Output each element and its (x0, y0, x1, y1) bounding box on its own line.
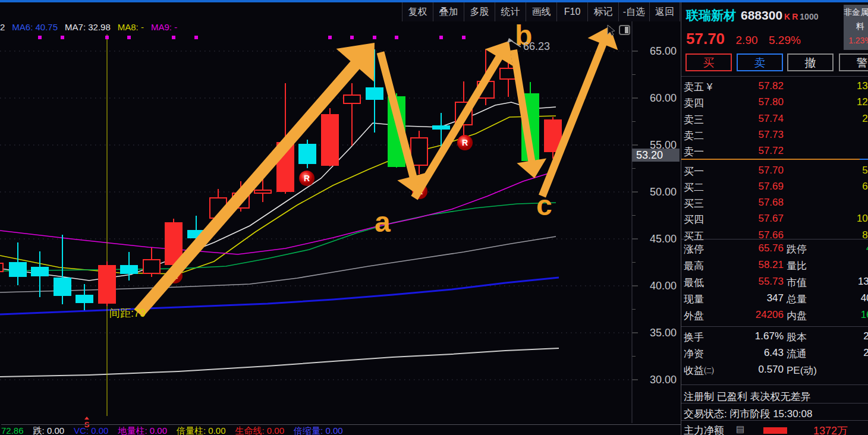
panel-divider (681, 76, 868, 77)
trade-button-警[interactable]: 警 (839, 53, 868, 71)
stat-label: 现量 (684, 292, 704, 306)
order-price: 57.74 (729, 113, 784, 125)
stat-value: 58.21 (715, 259, 784, 271)
indicator-readout: VC: 0.00 (74, 425, 108, 435)
price-tag-label: 53.20 (636, 149, 663, 161)
trading-status: 交易状态: 闭市阶段 15:30:08 (684, 407, 868, 421)
signal-dot (462, 36, 466, 39)
list-icon[interactable]: ▤ (736, 424, 744, 434)
order-price: 57.80 (729, 96, 784, 108)
candle-body (76, 295, 93, 302)
order-price: 57.68 (729, 197, 784, 209)
y-axis-label: 65.00 (650, 45, 677, 57)
order-level-label: 买三 (684, 197, 704, 210)
stat-value: 1 (804, 259, 868, 271)
trade-button-撤[interactable]: 撤 (787, 53, 834, 71)
crosshair-distance-label: 间距:79 (109, 307, 146, 319)
stat-row: 外盘24206内盘161 (681, 309, 868, 325)
sector-line2: 料 (844, 19, 868, 33)
order-volume: 9. (788, 145, 868, 157)
price-row: 57.70 2.90 5.29% (686, 30, 801, 48)
signal-dot (373, 36, 376, 39)
signal-dot (350, 36, 354, 39)
stat-value: 139. (804, 276, 868, 288)
order-level-label: 卖二 (684, 129, 704, 143)
candlestick-chart[interactable]: 65.0060.0055.0050.0045.0040.0035.0030.00… (0, 0, 681, 435)
ma-readout: MA8: - (118, 22, 144, 32)
stat-label: 涨停 (684, 242, 704, 256)
ma-line-green (0, 203, 556, 271)
stat-value: 161 (804, 309, 868, 321)
stock-name: 联瑞新材 (686, 8, 736, 22)
stat-row: 收益㈡0.570PE(动)5 (681, 364, 868, 380)
ma-line-white2 (0, 348, 559, 377)
toolbar-button--自选[interactable]: -自选 (618, 2, 649, 21)
toolbar-button-多股[interactable]: 多股 (464, 2, 495, 21)
toolbar-button-叠加[interactable]: 叠加 (433, 2, 464, 21)
order-level-label: 买四 (684, 213, 704, 226)
stat-label: 净资 (684, 347, 704, 361)
signal-dot (61, 36, 64, 39)
order-book-row: 卖四57.8012.7 (681, 96, 868, 112)
app-window: 65.0060.0055.0050.0045.0040.0035.0030.00… (0, 0, 868, 435)
signal-dot (38, 36, 42, 39)
chart-toolbar: 复权叠加多股统计画线F10标记-自选返回 (402, 2, 680, 21)
indicator-readout: 跌: 0.00 (33, 425, 65, 435)
toolbar-button-画线[interactable]: 画线 (526, 2, 556, 21)
order-book-row: 买二57.696.9 (681, 181, 868, 197)
signal-dot (194, 36, 198, 39)
toolbar-button-F10[interactable]: F10 (556, 2, 587, 21)
stat-value: 65.76 (715, 242, 784, 254)
split-panel-icon-fill (625, 27, 628, 33)
high-price-label: 66.23 (523, 40, 550, 52)
ma-readout: MA7: 32.98 (65, 22, 111, 32)
toolbar-button-统计[interactable]: 统计 (495, 2, 526, 21)
toolbar-button-复权[interactable]: 复权 (402, 2, 433, 21)
order-volume: 8. (788, 197, 868, 209)
panel-divider (681, 326, 868, 327)
price-change-pct: 5.29% (769, 34, 801, 46)
toolbar-button-标记[interactable]: 标记 (587, 2, 618, 21)
stat-label: 最高 (684, 259, 704, 273)
signal-dot (105, 36, 109, 39)
signal-dot (328, 36, 332, 39)
indicator-readout: 生命线: 0.00 (235, 425, 285, 435)
ma-indicator-bar: 2MA6: 40.75MA7: 32.98MA8: -MA9: - (0, 22, 184, 33)
toolbar-button-返回[interactable]: 返回 (649, 2, 680, 21)
candle-body (143, 260, 160, 273)
y-axis-label: 35.00 (650, 327, 677, 339)
order-level-label: 卖三 (684, 113, 704, 127)
indicator-readout: 地量柱: 0.00 (118, 425, 167, 435)
annotation-letter-c: c (536, 190, 552, 221)
stat-value: 43 (804, 242, 868, 254)
trend-arrow (377, 51, 429, 195)
candle-body (54, 278, 71, 295)
stat-value: 6.43 (715, 347, 784, 359)
order-book-row: 卖五 ¥57.8213.9 (681, 80, 868, 96)
candle-body (32, 267, 48, 276)
candle-body (254, 190, 271, 193)
order-level-label: 卖五 ¥ (684, 80, 712, 94)
indicator-readout: 倍缩量: 0.00 (294, 425, 343, 435)
y-axis-label: 30.00 (650, 374, 677, 386)
panel-divider (681, 239, 868, 239)
order-price: 57.73 (729, 129, 784, 141)
signal-dot (439, 36, 443, 39)
signal-dot (127, 36, 131, 39)
order-volume: 104. (788, 213, 868, 225)
stat-row: 换手1.67%股本2.4 (681, 330, 868, 346)
trade-button-卖[interactable]: 卖 (737, 53, 783, 71)
trade-button-买[interactable]: 买 (685, 53, 732, 71)
y-axis-label: 50.00 (650, 186, 677, 198)
stat-value: 24206 (715, 309, 784, 321)
order-level-label: 卖一 (684, 145, 704, 159)
order-price: 57.69 (729, 181, 784, 193)
order-book-row: 买三57.688. (681, 197, 868, 213)
stat-value: 0.570 (715, 364, 784, 376)
stock-code: 688300 (741, 8, 782, 22)
order-level-label: 买二 (684, 181, 704, 194)
stat-value: 2.4 (804, 347, 868, 359)
order-price: 57.72 (729, 145, 784, 157)
sector-badge[interactable]: 非金属材 料 1.23% (844, 5, 868, 50)
order-volume: 2.9 (788, 113, 868, 125)
